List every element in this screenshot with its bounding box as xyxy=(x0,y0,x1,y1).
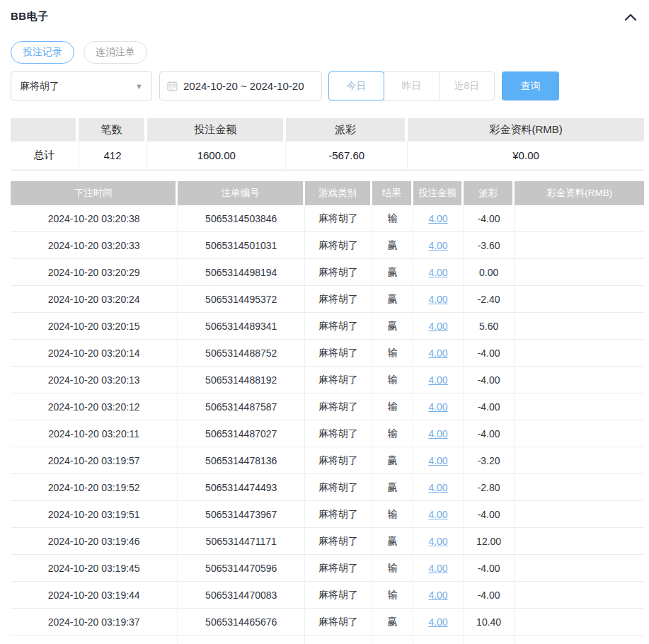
bet-amount-link[interactable]: 4.00 xyxy=(428,321,447,332)
bet-amount-link[interactable]: 4.00 xyxy=(428,428,447,439)
bonus-cell xyxy=(515,367,644,393)
bet-amount-link[interactable]: 4.00 xyxy=(428,213,447,224)
bet-amount-link[interactable]: 4.00 xyxy=(428,482,447,493)
order-number-cell: 5065314495372 xyxy=(178,286,305,312)
payout-cell: 0.00 xyxy=(464,259,515,285)
bet-amount-link[interactable]: 4.00 xyxy=(428,401,447,413)
bet-amount-cell: 4.00 xyxy=(413,582,464,608)
game-type-cell: 麻将胡了 xyxy=(305,259,372,285)
order-number-cell: 5065314487027 xyxy=(178,420,305,447)
summary-header-cell xyxy=(11,118,79,142)
summary-header-cell: 笔数 xyxy=(79,118,148,142)
table-row: 2024-10-20 03:19:465065314471171麻将胡了赢4.0… xyxy=(11,528,644,555)
bonus-cell xyxy=(515,205,644,231)
result-cell: 输 xyxy=(372,501,413,527)
bet-amount-link[interactable]: 4.00 xyxy=(428,536,447,547)
bet-amount-link[interactable]: 4.00 xyxy=(428,294,447,305)
result-cell: 输 xyxy=(372,393,413,420)
betting-records-panel: BB电子 投注记录 连消注单 麻将胡了 ▼ xyxy=(0,0,649,644)
bet-amount-link[interactable]: 4.00 xyxy=(428,374,447,386)
result-cell xyxy=(372,636,413,644)
bet-time-cell: 2024-10-20 03:20:24 xyxy=(11,286,178,312)
bet-amount-link[interactable]: 4.00 xyxy=(428,347,447,359)
bet-time-cell: 2024-10-20 03:20:12 xyxy=(11,393,178,420)
date-range-input[interactable]: 2024-10-20 ~ 2024-10-20 xyxy=(159,71,322,100)
order-number-cell: 5065314487587 xyxy=(178,393,305,420)
bet-time-cell: 2024-10-20 03:19:37 xyxy=(11,609,178,635)
bet-time-cell: 2024-10-20 03:20:11 xyxy=(11,420,178,447)
result-cell: 赢 xyxy=(372,528,413,554)
table-row: 2024-10-20 03:19:525065314474493麻将胡了赢4.0… xyxy=(11,474,644,501)
order-number-cell xyxy=(178,636,305,644)
result-cell: 赢 xyxy=(372,313,413,339)
bet-time-cell: 2024-10-20 03:20:15 xyxy=(11,313,178,339)
bet-amount-cell: 4.00 xyxy=(413,286,464,312)
bet-time-cell: 2024-10-20 03:20:38 xyxy=(11,205,178,231)
table-header-cell: 彩金资料(RMB) xyxy=(515,181,644,205)
collapse-panel-button[interactable] xyxy=(623,11,638,23)
order-number-cell: 5065314488752 xyxy=(178,340,305,366)
query-button[interactable]: 查询 xyxy=(502,71,559,100)
result-cell: 输 xyxy=(372,420,413,447)
bet-time-cell xyxy=(11,636,178,644)
table-row: 2024-10-20 03:20:245065314495372麻将胡了赢4.0… xyxy=(11,286,644,313)
result-cell: 赢 xyxy=(372,447,413,473)
order-number-cell: 5065314489341 xyxy=(178,313,305,339)
tab-cancelled-orders[interactable]: 连消注单 xyxy=(84,41,147,64)
bet-records-table: 下注时间注单编号游戏类别结果投注金额派彩彩金资料(RMB) 2024-10-20… xyxy=(11,181,644,644)
result-cell: 输 xyxy=(372,555,413,581)
order-number-cell: 5065314473967 xyxy=(178,501,305,527)
bet-amount-link[interactable]: 4.00 xyxy=(428,590,447,601)
game-type-cell: 麻将胡了 xyxy=(305,582,372,608)
date-range-value: 2024-10-20 ~ 2024-10-20 xyxy=(183,80,304,92)
order-number-cell: 5065314498194 xyxy=(178,259,305,285)
chevron-up-icon xyxy=(624,13,637,21)
payout-cell: 10.40 xyxy=(464,609,515,635)
summary-total-label: 总计 xyxy=(11,142,79,170)
today-button[interactable]: 今日 xyxy=(328,71,384,100)
panel-header: BB电子 xyxy=(11,10,644,23)
order-number-cell: 5065314503846 xyxy=(178,205,305,231)
bet-amount-link[interactable]: 4.00 xyxy=(428,563,447,574)
result-cell: 赢 xyxy=(372,474,413,500)
payout-cell: -4.00 xyxy=(464,393,515,420)
table-row: 2024-10-20 03:19:375065314465676麻将胡了赢4.0… xyxy=(11,609,644,636)
payout-cell: -2.80 xyxy=(464,474,515,500)
table-row: 2024-10-20 03:20:125065314487587麻将胡了输4.0… xyxy=(11,393,644,420)
table-row: 2024-10-20 03:19:515065314473967麻将胡了输4.0… xyxy=(11,501,644,528)
order-number-cell: 5065314501031 xyxy=(178,232,305,258)
game-type-cell: 麻将胡了 xyxy=(305,340,372,366)
payout-cell: 5.60 xyxy=(464,313,515,339)
yesterday-button[interactable]: 昨日 xyxy=(384,71,440,100)
game-type-cell: 麻将胡了 xyxy=(305,232,372,258)
bet-time-cell: 2024-10-20 03:20:14 xyxy=(11,340,178,366)
bonus-cell xyxy=(515,286,644,312)
bonus-cell xyxy=(515,609,644,635)
order-number-cell: 5065314474493 xyxy=(178,474,305,500)
table-header-row: 下注时间注单编号游戏类别结果投注金额派彩彩金资料(RMB) xyxy=(11,181,644,205)
bet-amount-link[interactable]: 4.00 xyxy=(428,509,447,520)
game-type-select[interactable]: 麻将胡了 ▼ xyxy=(11,71,152,100)
bet-time-cell: 2024-10-20 03:19:52 xyxy=(11,474,178,500)
table-row: 2024-10-20 03:20:295065314498194麻将胡了赢4.0… xyxy=(11,259,644,286)
bet-amount-link[interactable]: 4.00 xyxy=(428,616,447,628)
game-type-cell: 麻将胡了 xyxy=(305,501,372,527)
summary-header-cell: 投注金额 xyxy=(147,118,286,142)
last-8-days-button[interactable]: 近8日 xyxy=(439,71,495,100)
bet-amount-link[interactable]: 4.00 xyxy=(428,240,447,251)
bet-time-cell: 2024-10-20 03:19:45 xyxy=(11,555,178,581)
table-body: 2024-10-20 03:20:385065314503846麻将胡了输4.0… xyxy=(11,205,644,644)
table-row: 2024-10-20 03:20:335065314501031麻将胡了赢4.0… xyxy=(11,232,644,259)
bet-amount-link[interactable]: 4.00 xyxy=(428,455,447,466)
order-number-cell: 5065314488192 xyxy=(178,367,305,393)
summary-payout: -567.60 xyxy=(286,142,408,170)
bet-time-cell: 2024-10-20 03:19:51 xyxy=(11,501,178,527)
bet-amount-cell: 4.00 xyxy=(413,393,464,420)
payout-cell: -4.00 xyxy=(464,420,515,447)
payout-cell: -4.00 xyxy=(464,340,515,366)
payout-cell: -3.60 xyxy=(464,232,515,258)
game-type-cell xyxy=(305,636,372,644)
bet-amount-link[interactable]: 4.00 xyxy=(428,267,447,278)
tab-betting-records[interactable]: 投注记录 xyxy=(11,41,74,64)
summary-bet-amount: 1600.00 xyxy=(147,142,286,170)
